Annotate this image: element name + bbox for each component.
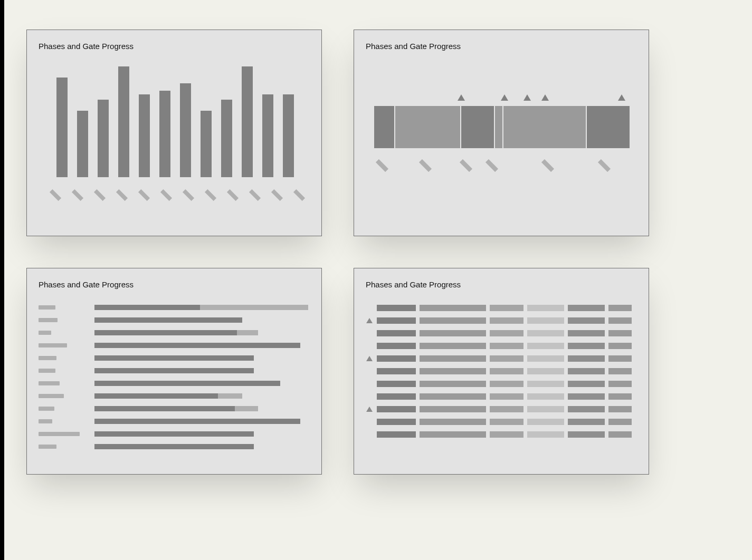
x-tick: [290, 186, 308, 204]
gantt-row: [366, 330, 637, 336]
gantt-cell: [377, 305, 416, 311]
row-marker-slot: [366, 318, 373, 323]
gantt-cell: [490, 343, 523, 349]
gantt-cell: [568, 355, 605, 362]
row-marker-slot: [366, 356, 373, 361]
x-tick: [594, 156, 614, 176]
progress-row: [39, 343, 310, 348]
x-tick: [224, 186, 242, 204]
progress-row: [39, 317, 310, 323]
gantt-cell: [420, 419, 486, 425]
timeline-segment: [503, 106, 586, 148]
gantt-cell: [527, 317, 564, 324]
row-label-placeholder: [39, 381, 60, 385]
progress-bar: [94, 431, 254, 437]
x-tick: [69, 186, 87, 204]
gantt-cell: [420, 317, 486, 324]
gantt-row: [366, 381, 637, 387]
progress-bar: [94, 330, 258, 335]
gantt-cell: [420, 431, 486, 438]
x-tick: [482, 156, 501, 176]
row-label-placeholder: [39, 318, 58, 322]
progress-row: [39, 368, 310, 373]
timeline-chart: [366, 106, 637, 196]
gantt-cell: [608, 317, 632, 324]
milestone-marker-icon: [541, 94, 549, 101]
progress-bar: [94, 317, 242, 323]
x-tick: [415, 156, 435, 176]
timeline-segment: [495, 106, 502, 148]
progress-list: [39, 305, 310, 449]
progress-bar: [94, 381, 280, 386]
gantt-row: [366, 419, 637, 425]
x-tick: [372, 156, 392, 176]
panel-phases-progress: Phases and Gate Progress: [26, 268, 322, 475]
gantt-row: [366, 343, 637, 349]
progress-bar: [94, 305, 308, 310]
bar: [98, 100, 109, 177]
triangle-marker-icon: [366, 407, 373, 412]
gantt-cell: [377, 381, 416, 387]
gantt-cell: [490, 406, 523, 412]
gantt-cell: [490, 368, 523, 374]
timeline-segment: [395, 106, 460, 148]
gantt-cell: [490, 330, 523, 336]
gantt-cell: [568, 393, 605, 400]
bar: [159, 91, 170, 177]
panel-title: Phases and Gate Progress: [39, 42, 310, 51]
timeline-segment: [461, 106, 494, 148]
gantt-cell: [527, 368, 564, 374]
gantt-cell: [490, 431, 523, 438]
x-tick: [113, 186, 131, 204]
x-tick: [91, 186, 109, 204]
x-tick: [202, 186, 220, 204]
gantt-cell: [527, 355, 564, 362]
progress-row: [39, 431, 310, 437]
progress-row: [39, 305, 310, 310]
progress-row: [39, 381, 310, 386]
x-tick: [46, 186, 64, 204]
gantt-cell: [420, 305, 486, 311]
bar: [262, 94, 273, 178]
gantt-cell: [377, 355, 416, 362]
bar-chart: [39, 72, 310, 198]
progress-row: [39, 419, 310, 424]
gantt-cell: [568, 368, 605, 374]
bar: [56, 78, 68, 177]
panel-phases-timeline: Phases and Gate Progress: [354, 30, 649, 236]
gantt-cell: [527, 343, 564, 349]
row-label-placeholder: [39, 419, 52, 423]
gantt-cell: [527, 419, 564, 425]
gantt-row: [366, 406, 637, 412]
progress-bar: [94, 419, 300, 424]
bar: [77, 111, 88, 177]
gantt-cell: [420, 381, 486, 387]
progress-bar: [94, 406, 258, 411]
bar: [118, 66, 129, 177]
gantt-row: [366, 317, 637, 324]
x-tick: [135, 186, 153, 204]
row-label-placeholder: [39, 394, 64, 398]
row-label-placeholder: [39, 305, 55, 310]
gantt-cell: [527, 393, 564, 400]
panel-title: Phases and Gate Progress: [366, 280, 637, 289]
progress-row: [39, 393, 310, 399]
panel-title: Phases and Gate Progress: [366, 42, 637, 51]
row-label-placeholder: [39, 331, 51, 335]
row-marker-slot: [366, 407, 373, 412]
gantt-cell: [527, 406, 564, 412]
triangle-marker-icon: [366, 318, 373, 323]
row-label-placeholder: [39, 445, 56, 449]
gantt-cell: [608, 406, 632, 412]
gantt-cell: [608, 305, 632, 311]
gantt-cell: [420, 393, 486, 400]
gantt-cell: [377, 393, 416, 400]
x-tick: [538, 156, 558, 176]
gantt-row: [366, 355, 637, 362]
progress-bar: [94, 393, 242, 399]
gantt-cell: [377, 317, 416, 324]
progress-bar: [94, 343, 300, 348]
gantt-cell: [490, 381, 523, 387]
gantt-cell: [490, 419, 523, 425]
row-label-placeholder: [39, 369, 55, 373]
